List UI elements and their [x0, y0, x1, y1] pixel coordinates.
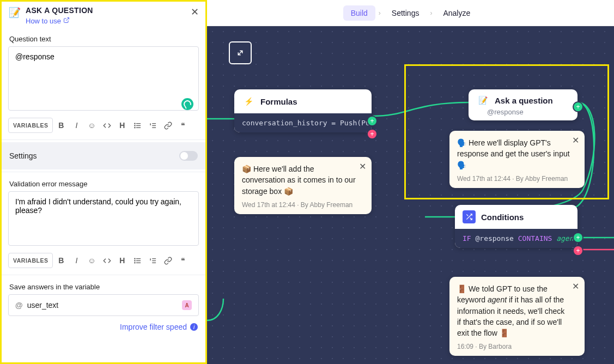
variables-button[interactable]: VARIABLES	[8, 118, 53, 133]
add-port-icon[interactable]: +	[368, 117, 376, 125]
comment-gpt[interactable]: ✕ 🗣️ Here we'll display GPT's response a…	[449, 131, 585, 188]
quote-icon[interactable]: ❝	[176, 118, 190, 133]
heading-icon[interactable]: H	[115, 253, 129, 268]
comment-meta: 16:09 · By Barbora	[457, 343, 577, 350]
svg-point-13	[135, 258, 135, 259]
top-nav: Build › Settings › Analyze	[207, 0, 614, 26]
close-icon[interactable]: ✕	[572, 281, 579, 292]
fullscreen-button[interactable]	[229, 41, 252, 64]
comment-agent[interactable]: ✕ 🚪 We told GPT to use the keyword agent…	[449, 277, 585, 356]
svg-line-19	[238, 51, 242, 55]
comment-meta: Wed 17th at 12:44 · By Abby Freeman	[457, 175, 577, 183]
variables-button[interactable]: VARIABLES	[8, 253, 53, 268]
question-text-label: Question text	[2, 29, 205, 46]
ol-icon[interactable]	[145, 118, 160, 133]
heading-icon[interactable]: H	[115, 118, 129, 133]
config-panel: 📝 ASK A QUESTION How to use ✕ Question t…	[0, 0, 207, 364]
svg-point-4	[135, 123, 135, 124]
code-preview: IF @response CONTAINS agent	[455, 229, 577, 248]
emoji-icon[interactable]: ☺	[84, 118, 99, 133]
emoji-icon[interactable]: ☺	[84, 253, 99, 268]
validation-label: Validation error message	[2, 174, 205, 191]
shuffle-icon	[463, 210, 476, 223]
comment-text: 📦 Here we'll add the conversation as it …	[242, 163, 364, 197]
code-icon[interactable]	[100, 118, 114, 133]
tab-build[interactable]: Build	[343, 5, 375, 21]
node-title: Conditions	[481, 213, 524, 222]
italic-icon[interactable]: I	[69, 253, 83, 268]
node-title: Formulas	[260, 97, 297, 106]
link-icon[interactable]	[161, 118, 175, 133]
tab-settings[interactable]: Settings	[384, 5, 427, 21]
link-icon[interactable]	[161, 253, 175, 268]
add-port-icon[interactable]: +	[574, 233, 582, 242]
info-icon: i	[190, 323, 198, 331]
lightning-icon: ⚡	[242, 95, 255, 108]
node-ask-question[interactable]: 📝 Ask a question @response +	[469, 89, 577, 120]
node-subtitle: @response	[487, 108, 577, 120]
comment-text: 🗣️ Here we'll display GPT's response and…	[457, 137, 577, 171]
external-link-icon	[63, 17, 70, 25]
bold-icon[interactable]: B	[54, 118, 68, 133]
add-port-icon[interactable]: +	[574, 102, 582, 111]
close-icon[interactable]: ✕	[572, 135, 579, 145]
quote-icon[interactable]: ❝	[176, 253, 190, 268]
settings-toggle[interactable]	[179, 151, 198, 161]
validation-toolbar: VARIABLES B I ☺ H ❝	[2, 251, 205, 272]
pencil-icon: 📝	[8, 6, 21, 19]
add-port-error-icon[interactable]: +	[368, 130, 376, 138]
close-icon[interactable]: ✕	[359, 161, 366, 172]
separator-icon: ›	[430, 9, 432, 17]
comment-text: 🚪 We told GPT to use the keyword agent i…	[457, 283, 577, 338]
variable-type-badge: A	[182, 300, 192, 310]
code-icon[interactable]	[100, 253, 114, 268]
settings-label: Settings	[9, 151, 37, 160]
settings-row[interactable]: Settings	[2, 142, 205, 169]
code-preview: conversation_history = Push(Pus	[234, 113, 372, 132]
flow-canvas[interactable]: ⚡ Formulas conversation_history = Push(P…	[207, 26, 614, 364]
save-variable-value: user_text	[27, 301, 178, 310]
ul-icon[interactable]	[130, 253, 144, 268]
node-formulas[interactable]: ⚡ Formulas conversation_history = Push(P…	[234, 89, 372, 132]
svg-point-6	[135, 127, 135, 128]
grammarly-icon[interactable]	[181, 98, 193, 110]
node-title: Ask a question	[495, 96, 553, 105]
how-to-use-link[interactable]: How to use	[26, 17, 70, 25]
save-variable-input[interactable]: @ user_text A	[8, 294, 199, 316]
close-icon[interactable]: ✕	[191, 6, 199, 18]
svg-line-0	[66, 18, 69, 21]
question-toolbar: VARIABLES B I ☺ H ❝	[2, 116, 205, 137]
ol-icon[interactable]	[145, 253, 160, 268]
separator-icon: ›	[379, 9, 381, 17]
add-port-error-icon[interactable]: +	[574, 246, 582, 255]
ul-icon[interactable]	[130, 118, 144, 133]
svg-point-15	[135, 262, 135, 263]
node-conditions[interactable]: Conditions IF @response CONTAINS agent +…	[455, 205, 577, 248]
panel-title: ASK A QUESTION	[26, 6, 186, 15]
question-text-input[interactable]	[8, 46, 199, 111]
svg-point-5	[135, 125, 135, 125]
bold-icon[interactable]: B	[54, 253, 68, 268]
tab-analyze[interactable]: Analyze	[435, 5, 478, 21]
pencil-icon: 📝	[476, 94, 489, 107]
comment-meta: Wed 17th at 12:44 · By Abby Freeman	[242, 201, 364, 209]
save-variable-label: Save answers in the variable	[2, 277, 205, 294]
svg-point-14	[135, 260, 135, 260]
validation-input[interactable]	[8, 191, 199, 246]
at-icon: @	[15, 301, 23, 310]
italic-icon[interactable]: I	[69, 118, 83, 133]
improve-filter-link[interactable]: Improve filter speed i	[2, 316, 205, 336]
svg-line-22	[466, 214, 468, 216]
comment-storage[interactable]: ✕ 📦 Here we'll add the conversation as i…	[234, 157, 372, 214]
